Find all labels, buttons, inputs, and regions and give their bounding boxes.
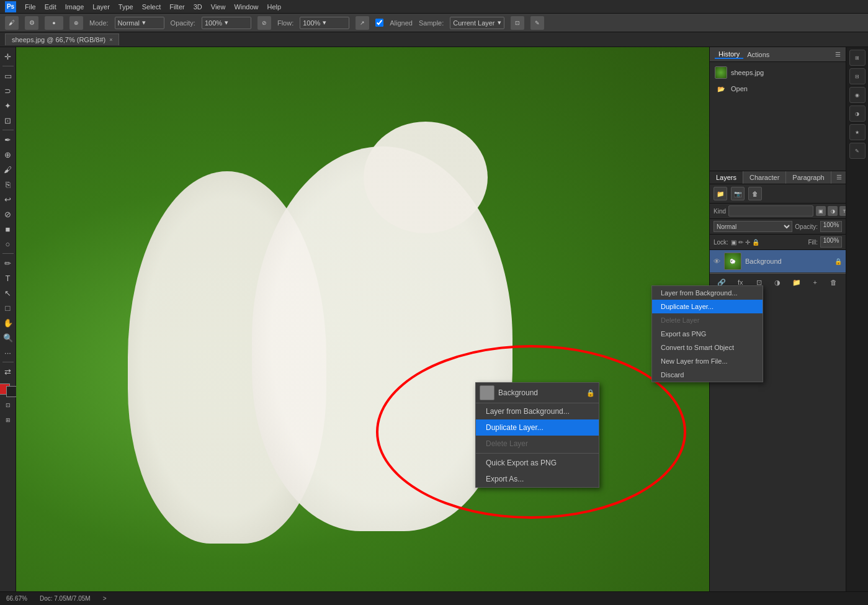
- menu-filter[interactable]: Filter: [169, 3, 184, 11]
- menu-edit[interactable]: Edit: [45, 3, 56, 11]
- context-layer-from-bg[interactable]: Layer from Background...: [476, 403, 599, 419]
- pen-tool-button[interactable]: ✏: [1, 256, 15, 270]
- ctx2-export-png[interactable]: Export as PNG: [652, 327, 763, 341]
- move-tool-button[interactable]: ✛: [1, 50, 15, 63]
- menu-file[interactable]: File: [25, 3, 36, 11]
- tab-close-button[interactable]: ×: [109, 37, 112, 43]
- quick-mask-button[interactable]: ⊡: [1, 398, 15, 412]
- brush-size-icon[interactable]: ●: [45, 16, 63, 30]
- shape-tool-button[interactable]: □: [1, 301, 15, 315]
- extra-button[interactable]: ⇄: [1, 365, 15, 379]
- mode-dropdown[interactable]: Normal▾: [115, 17, 164, 29]
- adjustments-icon[interactable]: ◑: [849, 105, 866, 122]
- arrow-icon[interactable]: >: [103, 595, 107, 602]
- actions-tab[interactable]: Actions: [743, 51, 773, 58]
- new-group-icon[interactable]: 📁: [714, 187, 727, 200]
- menu-layer[interactable]: Layer: [92, 3, 110, 11]
- kind-search-input[interactable]: [728, 205, 813, 217]
- delete-layer-button[interactable]: 🗑: [828, 276, 840, 289]
- history-item-sheeps[interactable]: sheeps.jpg: [712, 65, 843, 81]
- history-panel-menu-icon[interactable]: ☰: [835, 51, 841, 58]
- layers-panel-menu-icon[interactable]: ☰: [833, 171, 846, 184]
- glyphs-icon[interactable]: ✎: [849, 143, 866, 159]
- menu-window[interactable]: Window: [234, 3, 258, 11]
- lock-all-icon[interactable]: 🔒: [752, 239, 759, 246]
- menu-image[interactable]: Image: [65, 3, 84, 11]
- gradient-tool-button[interactable]: ■: [1, 222, 15, 236]
- eyedropper-tool-button[interactable]: ✒: [1, 133, 15, 146]
- menu-type[interactable]: Type: [119, 3, 133, 11]
- lock-position-icon[interactable]: ✛: [745, 239, 750, 246]
- far-right-panel: ⊞ ⊟ ◉ ◑ ★ ✎: [846, 47, 868, 591]
- type-tool-button[interactable]: T: [1, 271, 15, 285]
- sample-dropdown[interactable]: Current Layer▾: [450, 17, 504, 29]
- context-quick-export[interactable]: Quick Export as PNG: [476, 455, 599, 471]
- kind-adjust-icon[interactable]: ◑: [828, 206, 838, 216]
- eraser-tool-button[interactable]: ⊘: [1, 207, 15, 221]
- libraries-icon[interactable]: ⊟: [849, 68, 866, 84]
- channels-icon[interactable]: ⊞: [849, 50, 866, 66]
- status-bar: 66.67% Doc: 7.05M/7.05M >: [0, 591, 868, 605]
- opacity-dropdown[interactable]: 100%▾: [202, 17, 251, 29]
- styles-icon[interactable]: ★: [849, 124, 866, 140]
- flow-dropdown[interactable]: 100%▾: [300, 17, 349, 29]
- layer-visibility-icon[interactable]: 👁: [714, 258, 720, 265]
- context-export-as[interactable]: Export As...: [476, 471, 599, 487]
- clone-source-icon[interactable]: ⊕: [69, 16, 83, 30]
- context-menu-canvas: Background 🔒 Layer from Background... Du…: [475, 382, 599, 488]
- opacity-value[interactable]: 100%: [820, 221, 842, 232]
- new-group-button[interactable]: 📁: [790, 276, 803, 289]
- snapshot-icon[interactable]: 📷: [731, 187, 745, 200]
- ctx2-discard[interactable]: Discard: [652, 368, 763, 382]
- ignore-adj-icon[interactable]: ⊡: [511, 16, 524, 30]
- brush-pressure-icon[interactable]: ⊘: [257, 16, 271, 30]
- ctx2-duplicate-layer[interactable]: Duplicate Layer...: [652, 300, 763, 313]
- delete-state-icon[interactable]: 🗑: [748, 187, 762, 200]
- screen-mode-button[interactable]: ⊞: [1, 413, 15, 427]
- menu-3d[interactable]: 3D: [194, 3, 202, 11]
- heal-tool-button[interactable]: ⊕: [1, 148, 15, 161]
- zoom-tool-button[interactable]: 🔍: [1, 331, 15, 344]
- wand-tool-button[interactable]: ✦: [1, 99, 15, 112]
- adjustment-button[interactable]: ◑: [771, 276, 784, 289]
- context-duplicate-layer[interactable]: Duplicate Layer...: [476, 419, 599, 436]
- ctx2-smart-object[interactable]: Convert to Smart Object: [652, 341, 763, 354]
- brush-settings-icon[interactable]: ⚙: [25, 16, 38, 30]
- marquee-tool-button[interactable]: ▭: [1, 69, 15, 83]
- lock-paint-icon[interactable]: ✏: [738, 239, 743, 246]
- lock-transparent-icon[interactable]: ▣: [731, 239, 736, 246]
- toolbar-separator-4: [2, 362, 14, 362]
- document-tab[interactable]: sheeps.jpg @ 66,7% (RGB/8#) ×: [5, 34, 119, 45]
- kind-pixel-icon[interactable]: ▣: [816, 206, 826, 216]
- layer-item-background[interactable]: 👁 🐑 Background 🔒: [710, 250, 846, 273]
- properties-icon[interactable]: ◉: [849, 87, 866, 103]
- tab-layers[interactable]: Layers: [710, 171, 743, 184]
- history-brush-button[interactable]: ↩: [1, 192, 15, 206]
- tool-preset-icon[interactable]: 🖌: [5, 16, 19, 30]
- sample-all-icon[interactable]: ✎: [530, 16, 544, 30]
- tab-character[interactable]: Character: [743, 171, 786, 184]
- menu-help[interactable]: Help: [267, 3, 282, 11]
- history-item-open[interactable]: 📂 Open: [712, 81, 843, 97]
- history-panel-header: History Actions ☰: [710, 47, 846, 62]
- brush-tool-button[interactable]: 🖌: [1, 163, 15, 176]
- hand-tool-button[interactable]: ✋: [1, 316, 15, 329]
- menu-view[interactable]: View: [211, 3, 226, 11]
- airbrush-icon[interactable]: ↗: [356, 16, 369, 30]
- blend-mode-select[interactable]: Normal: [714, 221, 792, 232]
- background-color[interactable]: [6, 386, 17, 397]
- menu-select[interactable]: Select: [142, 3, 161, 11]
- more-tools-button[interactable]: ···: [1, 346, 15, 359]
- tab-paragraph[interactable]: Paragraph: [786, 171, 831, 184]
- dodge-tool-button[interactable]: ○: [1, 237, 15, 251]
- stamp-tool-button[interactable]: ⎘: [1, 177, 15, 191]
- path-select-button[interactable]: ↖: [1, 286, 15, 300]
- fill-value[interactable]: 100%: [820, 236, 842, 248]
- new-layer-button[interactable]: +: [809, 276, 821, 289]
- ctx2-layer-from-bg[interactable]: Layer from Background...: [652, 286, 763, 300]
- history-tab[interactable]: History: [715, 50, 743, 59]
- ctx2-new-from-file[interactable]: New Layer from File...: [652, 354, 763, 368]
- crop-tool-button[interactable]: ⊡: [1, 114, 15, 127]
- lasso-tool-button[interactable]: ⊃: [1, 84, 15, 97]
- aligned-checkbox[interactable]: [375, 19, 383, 27]
